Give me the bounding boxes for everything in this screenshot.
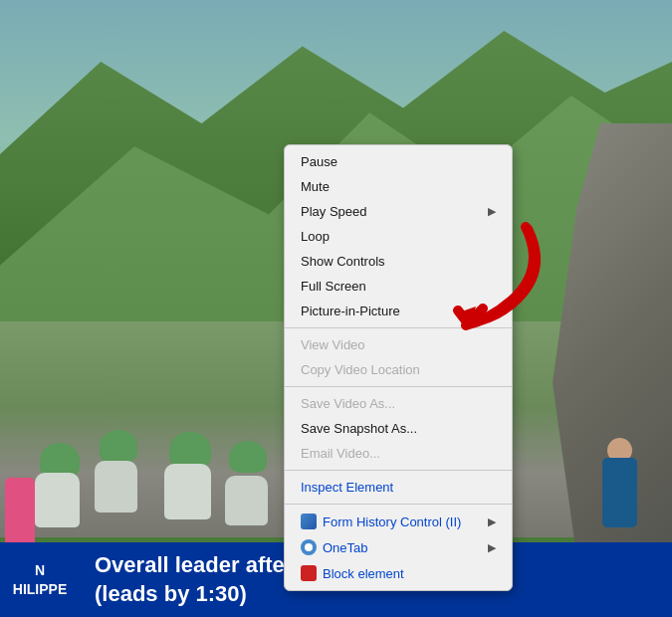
menu-item-label: Email Video...: [301, 446, 380, 461]
menu-item-block-element[interactable]: Block element: [285, 560, 512, 586]
menu-item-label: Mute: [301, 179, 330, 194]
menu-item-label: OneTab: [323, 540, 368, 555]
menu-item-onetab[interactable]: OneTab▶: [285, 534, 512, 560]
cyclist-helmet-4: [229, 441, 267, 473]
ticker-name: NHILIPPE: [13, 561, 67, 597]
menu-item-email-video: Email Video...: [285, 441, 512, 466]
menu-divider: [285, 386, 512, 387]
submenu-arrow-icon: ▶: [488, 205, 496, 218]
menu-item-label: Save Snapshot As...: [301, 421, 417, 436]
cyclist-helmet-3: [169, 432, 211, 468]
cyclist-body-1: [35, 473, 80, 527]
submenu-arrow-icon: ▶: [488, 515, 496, 528]
arrow-annotation: [418, 219, 548, 338]
menu-divider: [285, 470, 512, 471]
backpack-person: [602, 418, 652, 537]
menu-item-inspect-element[interactable]: Inspect Element: [285, 475, 512, 500]
menu-item-pause[interactable]: Pause: [285, 149, 512, 174]
menu-item-label: View Video: [301, 337, 365, 352]
menu-item-label: Pause: [301, 154, 337, 169]
menu-item-save-video-as: Save Video As...: [285, 391, 512, 416]
cyclist-body-3: [164, 464, 211, 519]
menu-item-label: Picture-in-Picture: [301, 304, 400, 318]
menu-item-label: Show Controls: [301, 254, 385, 269]
menu-item-label: Play Speed: [301, 204, 367, 219]
person-torso: [602, 458, 637, 527]
menu-item-form-history[interactable]: Form History Control (II)▶: [285, 509, 512, 534]
menu-item-label: Form History Control (II): [323, 514, 461, 529]
right-spectators: [582, 338, 662, 537]
cyclist-body-2: [95, 461, 137, 513]
menu-divider: [285, 504, 512, 505]
context-menu: PauseMutePlay Speed▶LoopShow ControlsFul…: [284, 144, 513, 591]
form-history-icon: [301, 514, 317, 529]
menu-item-label: Full Screen: [301, 279, 366, 294]
submenu-arrow-icon: ▶: [488, 541, 496, 554]
menu-item-label: Block element: [323, 566, 404, 581]
menu-item-copy-video-location: Copy Video Location: [285, 357, 512, 382]
cyclist-helmet-2: [100, 430, 137, 463]
menu-item-label: Loop: [301, 229, 330, 244]
menu-item-label: Copy Video Location: [301, 362, 420, 377]
ticker-left-panel: NHILIPPE: [0, 542, 80, 617]
menu-item-label: Inspect Element: [301, 480, 393, 495]
menu-item-label: Save Video As...: [301, 396, 395, 411]
menu-item-mute[interactable]: Mute: [285, 174, 512, 199]
block-icon: [301, 565, 317, 581]
menu-item-save-snapshot[interactable]: Save Snapshot As...: [285, 416, 512, 441]
cyclists-group: [30, 358, 309, 557]
cyclist-body-4: [225, 476, 268, 525]
onetab-icon: [301, 539, 317, 555]
